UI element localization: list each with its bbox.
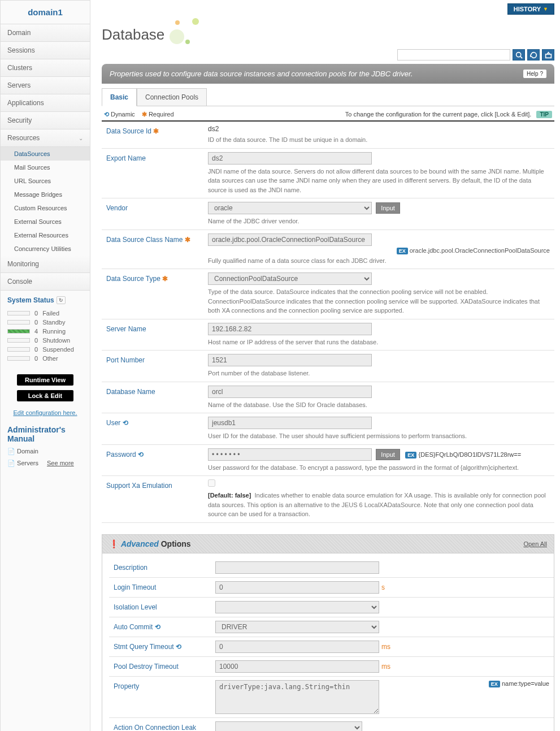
history-button[interactable]: HISTORY ▼ xyxy=(507,3,554,15)
ex-badge: EX xyxy=(397,248,408,254)
input-password[interactable] xyxy=(208,448,372,461)
nav-applications[interactable]: Applications xyxy=(1,94,90,112)
input-user[interactable] xyxy=(208,417,372,429)
manual-domain[interactable]: 📄 Domain xyxy=(1,445,90,457)
tab-connection-pools[interactable]: Connection Pools xyxy=(137,88,207,106)
desc-port: Port number of the database listener. xyxy=(208,369,550,378)
export-icon[interactable] xyxy=(542,49,554,60)
deco-icon xyxy=(192,18,199,25)
vendor-input-button[interactable]: Input xyxy=(376,202,400,214)
input-class-name[interactable] xyxy=(208,233,372,246)
reload-icon[interactable] xyxy=(527,49,540,60)
sub-external-sources[interactable]: External Sources xyxy=(1,215,90,228)
password-input-button[interactable]: Input xyxy=(376,449,400,460)
status-standby-label: Standby xyxy=(42,319,65,326)
svg-line-1 xyxy=(520,56,522,58)
input-login-timeout[interactable] xyxy=(215,581,379,594)
runtime-view-button[interactable]: Runtime View xyxy=(17,374,73,386)
nav-monitoring[interactable]: Monitoring xyxy=(1,256,90,273)
edit-config-link[interactable]: Edit configuration here. xyxy=(1,406,90,419)
advanced-header[interactable]: ❗ Advanced Options Open All xyxy=(102,534,554,553)
select-ds-type[interactable]: ConnectionPoolDataSource xyxy=(208,272,372,285)
resources-submenu: DataSources Mail Sources URL Sources Mes… xyxy=(1,147,90,256)
sub-concurrency[interactable]: Concurrency Utilities xyxy=(1,242,90,256)
desc-server-name: Host name or IP address of the server th… xyxy=(208,338,550,347)
input-port[interactable] xyxy=(208,354,372,366)
label-user: User xyxy=(106,419,120,427)
status-shutdown-label: Shutdown xyxy=(42,337,70,344)
label-ds-type: Data Source Type xyxy=(106,275,160,283)
main-content: HISTORY ▼ Database Properties used to co… xyxy=(90,0,560,731)
admin-manual-title: Administrator's Manual xyxy=(1,419,90,445)
desc-export-name: JNDI name of the data source. Servers do… xyxy=(208,167,550,195)
label-db-name: Database Name xyxy=(102,382,203,413)
deco-icon xyxy=(175,20,180,25)
help-button[interactable]: Help ? xyxy=(523,70,546,78)
input-server-name[interactable] xyxy=(208,323,372,335)
sub-mail-sources[interactable]: Mail Sources xyxy=(1,161,90,174)
search-icon[interactable] xyxy=(513,49,525,60)
label-server-name: Server Name xyxy=(102,319,203,351)
chevron-down-icon: ▼ xyxy=(543,6,548,12)
label-pool-destroy: Pool Destroy Timeout xyxy=(109,656,211,676)
label-data-source-id: Data Source Id xyxy=(106,127,151,135)
dynamic-icon: ⟲ xyxy=(176,643,181,651)
dynamic-icon: ⟲ xyxy=(138,451,144,459)
sub-message-bridges[interactable]: Message Bridges xyxy=(1,188,90,201)
status-other-label: Other xyxy=(42,355,58,362)
textarea-property[interactable]: driverType:java.lang.String=thin xyxy=(215,680,379,714)
nav-domain[interactable]: Domain xyxy=(1,24,90,42)
desc-ds-type: Type of the data source. DataSource indi… xyxy=(208,287,550,315)
svg-point-0 xyxy=(516,52,520,57)
page-title: Database xyxy=(102,18,554,49)
desc-xa: Indicates whether to enable data source … xyxy=(208,492,546,517)
ex-password: {DES}FQrLbQ/D8O1lDVS71L28rw== xyxy=(419,451,522,458)
search-input[interactable] xyxy=(397,49,510,60)
sub-datasources[interactable]: DataSources xyxy=(1,147,90,161)
lock-edit-button[interactable]: Lock & Edit xyxy=(17,390,73,401)
label-auto-commit: Auto Commit xyxy=(114,623,153,631)
system-status: System Status ↻ 0Failed 0Standby 4Runnin… xyxy=(1,291,90,370)
input-adv-description[interactable] xyxy=(215,561,379,574)
sub-custom-resources[interactable]: Custom Resources xyxy=(1,201,90,215)
nav-sessions[interactable]: Sessions xyxy=(1,42,90,59)
nav-console[interactable]: Console xyxy=(1,273,90,291)
desc-vendor: Name of the JDBC driver vendor. xyxy=(208,217,550,226)
advanced-title-part1: Advanced xyxy=(121,539,159,548)
label-property: Property xyxy=(109,676,211,717)
tab-basic[interactable]: Basic xyxy=(102,88,137,106)
ex-badge: EX xyxy=(489,681,500,687)
sub-url-sources[interactable]: URL Sources xyxy=(1,174,90,188)
select-vendor[interactable]: oracle xyxy=(208,202,372,214)
nav-servers[interactable]: Servers xyxy=(1,77,90,94)
label-class-name: Data Source Class Name xyxy=(106,236,183,244)
nav-security[interactable]: Security xyxy=(1,112,90,129)
checkbox-xa-emulation[interactable] xyxy=(208,479,215,487)
advanced-title-part2: Options xyxy=(159,539,191,548)
value-data-source-id: ds2 xyxy=(208,125,550,133)
desc-user: User ID for the database. The user shoul… xyxy=(208,431,550,441)
select-isolation[interactable] xyxy=(215,601,379,613)
input-pool-destroy[interactable] xyxy=(215,660,379,673)
manual-servers[interactable]: 📄 Servers See more xyxy=(1,457,90,469)
input-db-name[interactable] xyxy=(208,386,372,398)
open-all-link[interactable]: Open All xyxy=(523,540,547,547)
sub-external-resources[interactable]: External Resources xyxy=(1,228,90,242)
nav-resources[interactable]: Resources ⌄ xyxy=(1,129,90,147)
refresh-icon[interactable]: ↻ xyxy=(57,296,66,304)
label-login-timeout: Login Timeout xyxy=(109,577,211,597)
status-running-label: Running xyxy=(42,328,66,335)
select-auto-commit[interactable]: DRIVER xyxy=(215,621,379,633)
domain-title: domain1 xyxy=(1,1,90,24)
see-more-link[interactable]: See more xyxy=(47,460,74,466)
form-table: Data Source Id ✱ ds2 ID of the data sour… xyxy=(102,122,554,523)
desc-data-source-id: ID of the data source. The ID must be un… xyxy=(208,135,550,145)
nav-clusters[interactable]: Clusters xyxy=(1,59,90,77)
status-failed-label: Failed xyxy=(42,310,59,317)
select-action-leak[interactable] xyxy=(215,721,362,732)
input-export-name[interactable] xyxy=(208,152,372,165)
tabs: Basic Connection Pools xyxy=(102,88,554,106)
input-stmt-timeout[interactable] xyxy=(215,641,379,653)
status-other-count: 0 xyxy=(34,355,38,362)
label-port: Port Number xyxy=(102,351,203,382)
